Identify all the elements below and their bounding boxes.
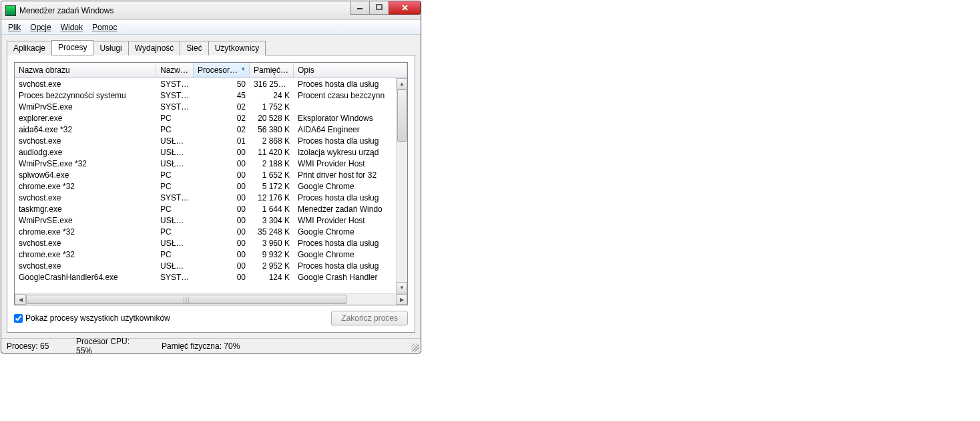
scroll-down-arrow-icon[interactable]: ▼ xyxy=(397,282,407,293)
table-row[interactable]: audiodg.exeUSŁUG...0011 420 KIzolacja wy… xyxy=(15,146,407,158)
cell-description: Proces hosta dla usług xyxy=(294,261,407,271)
cell-description: WMI Provider Host xyxy=(294,159,407,168)
vertical-scrollbar[interactable]: ▲ ▼ xyxy=(396,78,407,293)
tabstrip: Aplikacje Procesy Usługi Wydajność Sieć … xyxy=(1,35,421,55)
table-row[interactable]: chrome.exe *32PC005 172 KGoogle Chrome xyxy=(15,180,407,192)
show-all-users-input[interactable] xyxy=(14,314,23,323)
cell-memory: 3 960 K xyxy=(250,239,294,248)
cell-image: svchost.exe xyxy=(15,239,156,248)
tab-applications[interactable]: Aplikacje xyxy=(7,41,52,55)
cell-cpu: 00 xyxy=(194,239,250,248)
col-description[interactable]: Opis xyxy=(294,63,407,78)
cell-description: Google Chrome xyxy=(294,182,407,191)
minimize-button[interactable] xyxy=(350,1,370,15)
table-row[interactable]: svchost.exeUSŁUG...012 868 KProces hosta… xyxy=(15,135,407,146)
tab-network[interactable]: Sieć xyxy=(180,41,208,55)
col-cpu[interactable]: Procesor CPU xyxy=(194,63,250,78)
cell-user: PC xyxy=(156,204,194,214)
horizontal-scrollbar[interactable]: ◀ ▶ xyxy=(15,293,407,305)
menu-options[interactable]: Opcje xyxy=(30,23,51,32)
cell-cpu: 00 xyxy=(194,250,250,259)
tab-processes[interactable]: Procesy xyxy=(51,40,93,55)
table-row[interactable]: svchost.exeUSŁUG...002 952 KProces hosta… xyxy=(15,260,407,271)
tab-panel-processes: Nazwa obrazu Nazwa ... Procesor CPU Pami… xyxy=(7,55,415,333)
cell-memory: 24 K xyxy=(250,91,294,100)
cell-memory: 11 420 K xyxy=(250,148,294,157)
cell-image: chrome.exe *32 xyxy=(15,182,156,191)
col-user-name[interactable]: Nazwa ... xyxy=(156,63,194,78)
table-row[interactable]: svchost.exeSYSTEM50316 256 KProces hosta… xyxy=(15,78,407,90)
menu-view[interactable]: Widok xyxy=(61,23,83,32)
scroll-track-h[interactable] xyxy=(26,294,396,305)
cell-image: svchost.exe xyxy=(15,136,156,146)
scroll-up-arrow-icon[interactable]: ▲ xyxy=(397,78,407,90)
cell-cpu: 02 xyxy=(194,102,250,112)
scroll-thumb[interactable] xyxy=(397,90,407,142)
tab-performance[interactable]: Wydajność xyxy=(128,41,181,55)
tab-services[interactable]: Usługi xyxy=(93,41,128,55)
cell-memory: 3 304 K xyxy=(250,216,294,225)
cell-user: USŁUG... xyxy=(156,239,194,248)
cell-image: splwow64.exe xyxy=(15,170,156,180)
cell-memory: 124 K xyxy=(250,273,294,282)
cell-user: USŁUG... xyxy=(156,136,194,146)
cell-image: aida64.exe *32 xyxy=(15,125,156,134)
titlebar[interactable]: Menedżer zadań Windows xyxy=(1,1,421,20)
table-row[interactable]: explorer.exePC0220 528 KEksplorator Wind… xyxy=(15,112,407,124)
table-row[interactable]: Proces bezczynności systemuSYSTEM4524 KP… xyxy=(15,90,407,101)
cell-user: SYSTEM xyxy=(156,80,194,89)
col-image-name[interactable]: Nazwa obrazu xyxy=(15,63,156,78)
cell-image: chrome.exe *32 xyxy=(15,250,156,259)
cell-memory: 35 248 K xyxy=(250,227,294,237)
cell-memory: 1 752 K xyxy=(250,102,294,112)
cell-memory: 2 868 K xyxy=(250,136,294,146)
table-row[interactable]: svchost.exeUSŁUG...003 960 KProces hosta… xyxy=(15,237,407,249)
table-row[interactable]: splwow64.exePC001 652 KPrint driver host… xyxy=(15,169,407,180)
cell-image: svchost.exe xyxy=(15,261,156,271)
menu-file[interactable]: Plik xyxy=(8,23,21,32)
cell-user: PC xyxy=(156,170,194,180)
table-row[interactable]: WmiPrvSE.exeUSŁUG...003 304 KWMI Provide… xyxy=(15,215,407,226)
cell-description: Google Chrome xyxy=(294,250,407,259)
svg-rect-1 xyxy=(377,5,382,9)
cell-cpu: 00 xyxy=(194,261,250,271)
tab-users[interactable]: Użytkownicy xyxy=(208,41,266,55)
cell-description: Proces hosta dla usług xyxy=(294,193,407,202)
app-icon xyxy=(5,5,16,16)
cell-description: Proces hosta dla usług xyxy=(294,136,407,146)
show-all-users-checkbox[interactable]: Pokaż procesy wszystkich użytkowników xyxy=(14,313,170,323)
resize-grip-icon[interactable] xyxy=(411,343,419,352)
end-process-button[interactable]: Zakończ proces xyxy=(331,311,408,325)
scroll-right-arrow-icon[interactable]: ▶ xyxy=(396,294,407,305)
cell-user: SYSTEM xyxy=(156,193,194,202)
cell-cpu: 01 xyxy=(194,136,250,146)
cell-description: Proces hosta dla usług xyxy=(294,80,407,89)
col-memory[interactable]: Pamięć (p... xyxy=(250,63,294,78)
cell-user: SYSTEM xyxy=(156,91,194,100)
cell-image: WmiPrvSE.exe xyxy=(15,102,156,112)
table-row[interactable]: GoogleCrashHandler64.exeSYSTEM00124 KGoo… xyxy=(15,271,407,283)
table-row[interactable]: WmiPrvSE.exe *32USŁUG...002 188 KWMI Pro… xyxy=(15,158,407,169)
table-row[interactable]: taskmgr.exePC001 644 KMenedżer zadań Win… xyxy=(15,203,407,215)
scroll-thumb-h[interactable] xyxy=(26,295,346,304)
close-button[interactable] xyxy=(389,1,421,15)
cell-description: Eksplorator Windows xyxy=(294,114,407,123)
cell-description: Print driver host for 32 xyxy=(294,170,407,180)
table-row[interactable]: chrome.exe *32PC0035 248 KGoogle Chrome xyxy=(15,226,407,237)
cell-cpu: 45 xyxy=(194,91,250,100)
cell-memory: 5 172 K xyxy=(250,182,294,191)
scroll-left-arrow-icon[interactable]: ◀ xyxy=(15,294,26,305)
menu-help[interactable]: Pomoc xyxy=(92,23,117,32)
cell-memory: 2 188 K xyxy=(250,159,294,168)
table-row[interactable]: chrome.exe *32PC009 932 KGoogle Chrome xyxy=(15,249,407,260)
cell-cpu: 02 xyxy=(194,114,250,123)
table-row[interactable]: svchost.exeSYSTEM0012 176 KProces hosta … xyxy=(15,192,407,203)
cell-memory: 1 652 K xyxy=(250,170,294,180)
status-cpu-usage: Procesor CPU: 55% xyxy=(76,337,162,356)
table-row[interactable]: WmiPrvSE.exeSYSTEM021 752 K xyxy=(15,101,407,112)
show-all-users-label: Pokaż procesy wszystkich użytkowników xyxy=(25,313,170,323)
cell-user: SYSTEM xyxy=(156,273,194,282)
scroll-track[interactable] xyxy=(397,90,407,282)
table-row[interactable]: aida64.exe *32PC0256 380 KAIDA64 Enginee… xyxy=(15,124,407,135)
maximize-button[interactable] xyxy=(369,1,389,15)
